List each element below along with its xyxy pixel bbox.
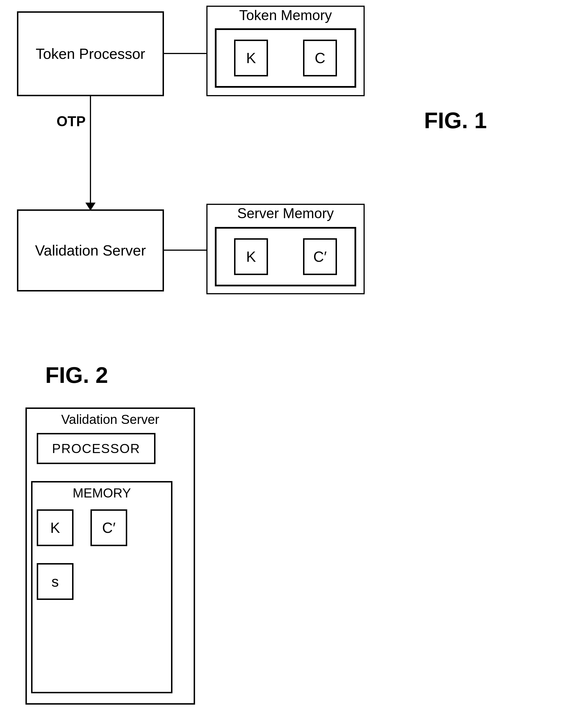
token-memory-cells: K C xyxy=(215,28,356,88)
fig2-cprime-cell: C′ xyxy=(90,509,127,546)
validation-server-box: Validation Server xyxy=(17,209,164,292)
h-line-vs-to-sm xyxy=(164,249,206,251)
diagram-container: Token Processor Token Memory K C OTP Val… xyxy=(0,0,588,723)
server-memory-cprime-cell: C′ xyxy=(303,238,337,275)
server-memory-title: Server Memory xyxy=(206,205,365,222)
validation-server-label: Validation Server xyxy=(35,242,146,259)
fig1-label: FIG. 1 xyxy=(424,107,487,134)
fig2-vs-title: Validation Server xyxy=(25,412,195,427)
fig2-k-cell: K xyxy=(37,509,74,546)
fig2-processor-label: PROCESSOR xyxy=(52,441,140,456)
fig2-s-cell: s xyxy=(37,563,74,600)
token-processor-box: Token Processor xyxy=(17,11,164,96)
v-line-tp-to-vs xyxy=(90,96,91,204)
server-memory-k-cell: K xyxy=(234,238,268,275)
fig2-memory-title: MEMORY xyxy=(31,485,172,501)
token-processor-label: Token Processor xyxy=(36,45,145,62)
token-memory-c-cell: C xyxy=(303,40,337,76)
fig2-processor-box: PROCESSOR xyxy=(37,433,155,464)
h-line-token-processor-to-memory xyxy=(164,53,206,54)
token-memory-k-cell: K xyxy=(234,40,268,76)
fig2-label: FIG. 2 xyxy=(45,362,108,388)
server-memory-cells: K C′ xyxy=(215,227,356,286)
otp-label: OTP xyxy=(57,113,86,129)
token-memory-title: Token Memory xyxy=(206,7,365,23)
